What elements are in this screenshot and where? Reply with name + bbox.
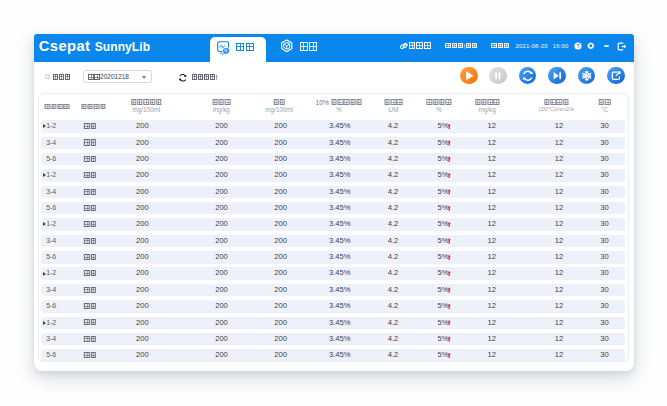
svg-text:?: ? (576, 43, 579, 49)
